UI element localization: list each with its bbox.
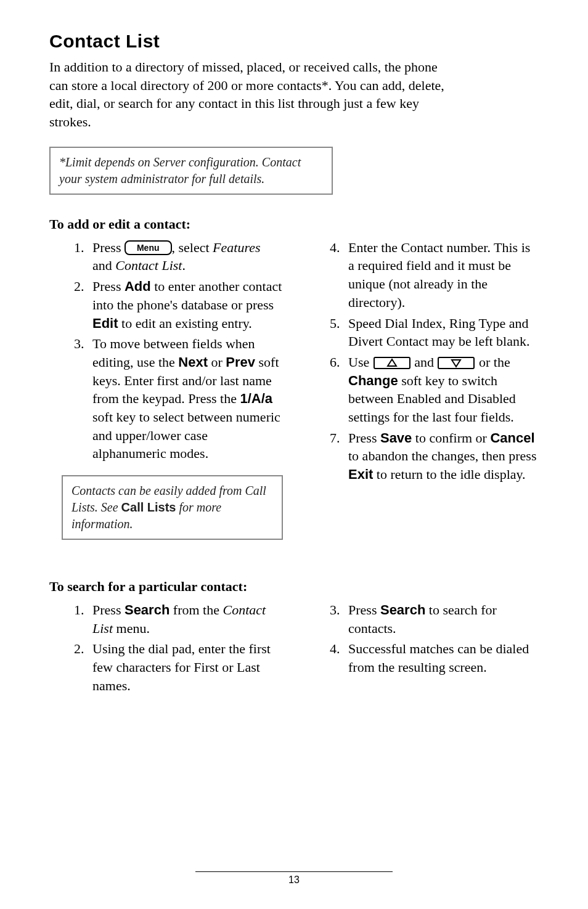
text: Speed Dial Index, Ring Type and Divert C… — [348, 316, 529, 349]
text: or the — [475, 354, 510, 370]
search-softkey: Search — [380, 602, 425, 618]
right-column: 4. Enter the Contact number. This is a r… — [305, 238, 539, 561]
text: to confirm or — [412, 430, 490, 446]
note-box-call-lists: Contacts can be easily added from Call L… — [62, 475, 283, 540]
search-step-4: 4. Successful matches can be dialed from… — [330, 640, 539, 676]
text: from the — [169, 602, 223, 618]
save-softkey: Save — [380, 430, 412, 446]
features-label: Features — [213, 240, 260, 255]
step-num: 3. — [74, 335, 84, 353]
columns-search: 1. Press Search from the Contact List me… — [49, 601, 539, 697]
call-lists-ref: Call Lists — [121, 500, 176, 514]
text: Enter the Contact number. This is a requ… — [348, 240, 530, 310]
next-softkey: Next — [178, 354, 208, 370]
subhead-add-edit: To add or edit a contact: — [49, 216, 539, 232]
step-4: 4. Enter the Contact number. This is a r… — [330, 238, 539, 312]
text: . — [182, 258, 186, 273]
step-num: 2. — [74, 277, 84, 296]
down-arrow-icon — [437, 355, 475, 370]
step-6: 6. Use and or the Change soft key to swi… — [330, 353, 539, 426]
contact-list-label: Contact List — [115, 258, 182, 273]
prev-softkey: Prev — [226, 354, 255, 370]
exit-softkey: Exit — [348, 467, 373, 482]
menu-button-icon: Menu — [125, 240, 172, 255]
search-step-3: 3. Press Search to search for contacts. — [330, 601, 539, 637]
text: Successful matches can be dialed from th… — [348, 641, 529, 675]
step-num: 2. — [74, 640, 84, 658]
step-num: 4. — [330, 640, 340, 658]
step-num: 7. — [330, 429, 340, 447]
text: to edit an existing entry. — [118, 316, 252, 331]
text: Press — [92, 602, 125, 618]
edit-softkey: Edit — [92, 316, 118, 331]
right-column: 3. Press Search to search for contacts. … — [305, 601, 539, 697]
cancel-softkey: Cancel — [490, 430, 534, 446]
text: to return to the idle display. — [373, 467, 525, 482]
one-a-a-softkey: 1/A/a — [240, 391, 273, 406]
subhead-search: To search for a particular contact: — [49, 579, 539, 595]
change-softkey: Change — [348, 373, 398, 388]
add-softkey: Add — [125, 279, 151, 294]
columns-add-edit: 1. Press Menu, select Features and Conta… — [49, 238, 539, 561]
text: and — [411, 354, 438, 370]
note-text: *Limit depends on Server configuration. … — [59, 155, 301, 185]
up-arrow-icon — [373, 355, 411, 370]
text: soft key to select between numeric and u… — [92, 409, 280, 461]
text: Press — [92, 279, 125, 294]
text: to abandon the changes, then press — [348, 448, 536, 463]
step-2: 2. Press Add to enter another contact in… — [74, 277, 283, 332]
footer-rule — [195, 871, 393, 872]
step-num: 5. — [330, 314, 340, 333]
search-step-1: 1. Press Search from the Contact List me… — [74, 601, 283, 637]
step-3: 3. To move between fields when editing, … — [74, 335, 283, 463]
text: and — [92, 258, 115, 273]
text: , select — [172, 240, 213, 255]
step-num: 3. — [330, 601, 340, 619]
intro-paragraph: In addition to a directory of missed, pl… — [49, 58, 456, 131]
section-title: Contact List — [49, 31, 539, 52]
left-column: 1. Press Search from the Contact List me… — [49, 601, 283, 697]
text: Press — [92, 240, 125, 255]
step-5: 5. Speed Dial Index, Ring Type and Diver… — [330, 314, 539, 351]
left-column: 1. Press Menu, select Features and Conta… — [49, 238, 283, 561]
step-1: 1. Press Menu, select Features and Conta… — [74, 238, 283, 275]
step-num: 4. — [330, 238, 340, 257]
text: menu. — [113, 621, 150, 636]
search-step-2: 2. Using the dial pad, enter the first f… — [74, 640, 283, 695]
search-softkey: Search — [125, 602, 169, 618]
step-num: 1. — [74, 601, 84, 619]
step-7: 7. Press Save to confirm or Cancel to ab… — [330, 429, 539, 484]
step-num: 1. — [74, 238, 84, 257]
text: Use — [348, 354, 373, 370]
step-num: 6. — [330, 353, 340, 372]
note-box-limit: *Limit depends on Server configuration. … — [49, 147, 333, 195]
page-number: 13 — [288, 874, 300, 886]
text: Press — [348, 602, 380, 618]
text: Using the dial pad, enter the first few … — [92, 641, 271, 693]
text: Press — [348, 430, 380, 446]
text: or — [208, 354, 226, 370]
